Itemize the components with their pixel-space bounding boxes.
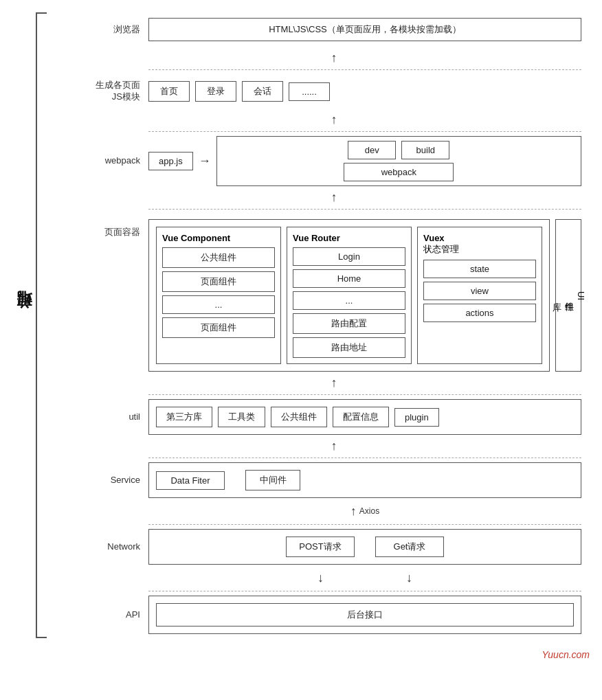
util-item-4: plugin <box>394 408 439 427</box>
appjs-box: app.js <box>148 152 193 170</box>
api-box: 后台接口 <box>156 603 574 626</box>
arrow-util-to-pagecontainer: ↑ <box>87 376 581 390</box>
service-section: Service Data Fiter 中间件 <box>87 462 581 498</box>
vue-component-items: 公共组件 页面组件 ... 页面组件 <box>162 247 275 338</box>
vuex-box: Vuex 状态管理 state view actions <box>417 227 542 364</box>
divider-3 <box>148 209 581 210</box>
vue-router-item-4: 路由地址 <box>293 337 405 358</box>
api-content: 后台接口 <box>148 596 581 634</box>
vue-router-title: Vue Router <box>293 233 405 243</box>
webpack-section: webpack app.js → dev build webpack <box>87 136 581 186</box>
service-inner: Data Fiter 中间件 <box>148 462 581 498</box>
axios-arrow-row: ↑ Axios <box>148 502 581 520</box>
vue-component-title: Vue Component <box>162 233 275 243</box>
webpack-label: webpack <box>87 155 148 167</box>
arrow-jsmodules-to-webpack: ↑ <box>87 113 581 127</box>
jsmodule-item-0: 首页 <box>148 81 190 102</box>
network-item-0: POST请求 <box>286 537 355 557</box>
vue-router-box: Vue Router Login Home ... 路由配置 路由地址 <box>287 227 412 364</box>
divider-7 <box>148 591 581 591</box>
util-label: util <box>87 411 148 423</box>
network-section: Network POST请求 Get请求 <box>87 529 581 565</box>
page-wrapper: 前端 浏览器 HTML\JS\CSS（单页面应用，各模块按需加载） ↑ 生成各页… <box>0 0 602 666</box>
util-section: util 第三方库 工具类 公共组件 配置信息 plugin <box>87 399 581 435</box>
service-content: Data Fiter 中间件 <box>148 462 581 498</box>
vue-router-items: Login Home ... 路由配置 路由地址 <box>293 247 405 358</box>
util-item-2: 公共组件 <box>271 407 327 427</box>
frontend-label: 前端 <box>14 317 34 322</box>
build-box: build <box>401 141 449 159</box>
arrow-appjs: → <box>199 154 211 168</box>
jsmodule-item-2: 会话 <box>242 81 283 102</box>
vuex-item-1: view <box>423 282 536 300</box>
network-inner: POST请求 Get请求 <box>148 529 581 565</box>
vuex-subtitle: 状态管理 <box>423 243 459 256</box>
jsmodules-content: 首页 登录 会话 ...... <box>148 81 581 102</box>
divider-5 <box>148 458 581 458</box>
divider-2 <box>148 131 581 132</box>
webpack-bottom-row: webpack <box>223 163 575 181</box>
service-item-1: 中间件 <box>245 470 300 490</box>
webpack-box: webpack <box>344 163 454 181</box>
page-container-outer: Vue Component 公共组件 页面组件 ... 页面组件 Vue Rou… <box>148 219 550 372</box>
vue-component-item-2: ... <box>162 295 275 314</box>
util-item-1: 工具类 <box>218 407 265 427</box>
network-item-1: Get请求 <box>375 537 444 557</box>
vuex-title: Vuex <box>423 233 445 243</box>
jsmodule-item-1: 登录 <box>195 81 236 102</box>
axios-label: Axios <box>359 506 379 516</box>
watermark: Yuucn.com <box>542 649 590 660</box>
util-content: 第三方库 工具类 公共组件 配置信息 plugin <box>148 399 581 435</box>
content-area: 浏览器 HTML\JS\CSS（单页面应用，各模块按需加载） ↑ 生成各页面JS… <box>87 12 581 634</box>
ui-lib-box: UI组件库 <box>555 219 581 372</box>
vue-component-item-3: 页面组件 <box>162 317 275 338</box>
frontend-label-wrapper: 前端 <box>14 0 34 638</box>
vuex-item-2: actions <box>423 304 536 322</box>
divider-1 <box>148 69 581 70</box>
axios-arrow-symbol: ↑ <box>350 504 357 519</box>
left-bracket-line <box>36 12 47 638</box>
vuex-title-row: Vuex 状态管理 <box>423 233 536 260</box>
divider-6 <box>148 524 581 525</box>
api-section: API 后台接口 <box>87 596 581 634</box>
network-label: Network <box>87 541 148 553</box>
vue-router-item-2: ... <box>293 291 405 310</box>
network-content: POST请求 Get请求 <box>148 529 581 565</box>
browser-section: 浏览器 HTML\JS\CSS（单页面应用，各模块按需加载） <box>87 12 581 47</box>
pagecontainer-label: 页面容器 <box>87 219 148 238</box>
browser-box: HTML\JS\CSS（单页面应用，各模块按需加载） <box>148 18 581 41</box>
vue-component-item-1: 页面组件 <box>162 271 275 292</box>
ui-lib-label: UI组件库 <box>551 291 586 300</box>
browser-content: HTML\JS\CSS（单页面应用，各模块按需加载） <box>148 18 581 41</box>
api-arrows-row: ↓ ↓ <box>148 569 581 587</box>
jsmodule-item-3: ...... <box>289 82 330 101</box>
pagecontainer-content: Vue Component 公共组件 页面组件 ... 页面组件 Vue Rou… <box>148 219 581 372</box>
vue-router-item-0: Login <box>293 247 405 266</box>
browser-label: 浏览器 <box>87 23 148 36</box>
webpack-content: app.js → dev build webpack <box>148 136 581 186</box>
api-arrow-left: ↓ <box>317 571 324 585</box>
vue-component-item-0: 公共组件 <box>162 247 275 268</box>
vuex-items: state view actions <box>423 260 536 322</box>
vuex-item-0: state <box>423 260 536 278</box>
webpack-row: app.js → dev build webpack <box>148 136 581 186</box>
arrow-pagecontainer-to-webpack: ↑ <box>87 190 581 205</box>
webpack-top-row: dev build <box>223 141 575 159</box>
util-inner: 第三方库 工具类 公共组件 配置信息 plugin <box>148 399 581 435</box>
service-item-0: Data Fiter <box>156 471 225 490</box>
util-item-0: 第三方库 <box>156 407 212 427</box>
service-label: Service <box>87 474 148 486</box>
jsmodules-list: 首页 登录 会话 ...... <box>148 81 581 102</box>
divider-4 <box>148 394 581 395</box>
webpack-right: dev build webpack <box>216 136 581 186</box>
pagecontainer-section: 页面容器 Vue Component 公共组件 页面组件 ... 页面组件 <box>87 214 581 372</box>
util-item-3: 配置信息 <box>333 407 389 427</box>
api-label: API <box>87 609 148 621</box>
jsmodules-section: 生成各页面JS模块 首页 登录 会话 ...... <box>87 74 581 109</box>
vue-component-box: Vue Component 公共组件 页面组件 ... 页面组件 <box>156 227 281 364</box>
jsmodules-label: 生成各页面JS模块 <box>87 80 148 103</box>
arrow-service-to-util: ↑ <box>87 439 581 453</box>
dev-box: dev <box>348 141 396 159</box>
api-arrow-right: ↓ <box>406 571 412 585</box>
api-inner: 后台接口 <box>148 596 581 634</box>
